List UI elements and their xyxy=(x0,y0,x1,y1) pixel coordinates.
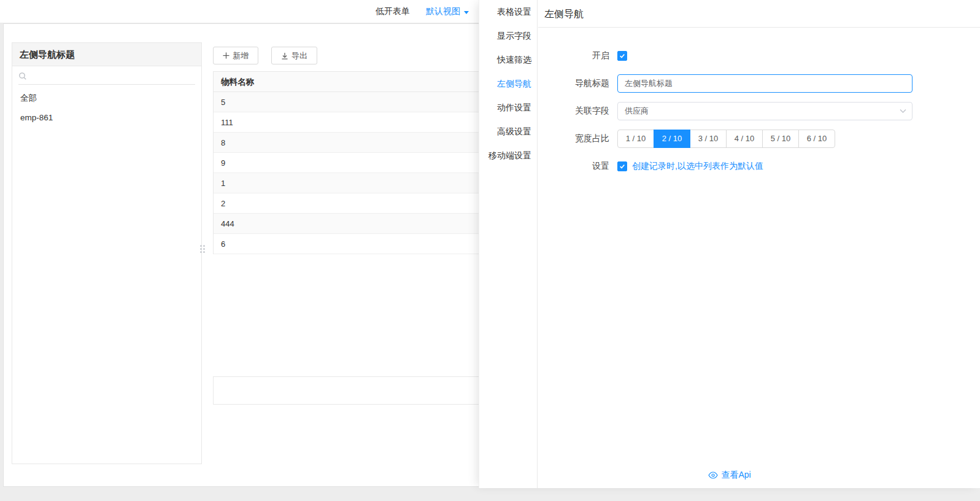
menu-item-mobile-settings[interactable]: 移动端设置 xyxy=(479,144,537,168)
drawer-menu: 表格设置 显示字段 快速筛选 左侧导航 动作设置 高级设置 移动端设置 xyxy=(479,0,538,488)
menu-item-display-fields[interactable]: 显示字段 xyxy=(479,24,537,48)
left-navigation-panel: 左侧导航标题 全部 emp-861 xyxy=(12,42,202,464)
related-field-select[interactable]: 供应商 xyxy=(617,102,912,120)
width-option-6[interactable]: 6 / 10 xyxy=(798,130,835,148)
form-row-settings: 设置 创建记录时,以选中列表作为默认值 xyxy=(538,157,980,176)
left-nav-list: 全部 emp-861 xyxy=(12,85,201,128)
chevron-down-icon xyxy=(900,109,906,114)
form-row-width-ratio: 宽度占比 1 / 10 2 / 10 3 / 10 4 / 10 5 / 10 … xyxy=(538,130,980,148)
add-button[interactable]: 新增 xyxy=(213,47,258,64)
view-tabs: 低开表单 默认视图 xyxy=(376,0,469,23)
settings-option-label[interactable]: 创建记录时,以选中列表作为默认值 xyxy=(632,161,763,172)
resize-handle[interactable] xyxy=(200,245,205,253)
width-option-2[interactable]: 2 / 10 xyxy=(654,130,690,148)
related-field-value: 供应商 xyxy=(625,106,649,117)
width-option-3[interactable]: 3 / 10 xyxy=(690,130,727,148)
width-ratio-group: 1 / 10 2 / 10 3 / 10 4 / 10 5 / 10 6 / 1… xyxy=(617,130,835,148)
tab-default-view-label: 默认视图 xyxy=(426,6,460,17)
plus-icon xyxy=(223,52,230,59)
settings-label: 设置 xyxy=(538,161,609,172)
enable-checkbox[interactable] xyxy=(617,51,627,61)
related-field-label: 关联字段 xyxy=(538,106,609,117)
left-nav-title: 左侧导航标题 xyxy=(12,43,201,66)
search-icon xyxy=(18,72,27,80)
width-option-1[interactable]: 1 / 10 xyxy=(617,130,654,148)
left-nav-settings-form: 开启 导航标题 关联字段 供应商 xyxy=(538,28,980,176)
enable-label: 开启 xyxy=(538,50,609,61)
menu-item-left-navigation[interactable]: 左侧导航 xyxy=(479,72,537,96)
form-row-enable: 开启 xyxy=(538,47,980,65)
width-ratio-label: 宽度占比 xyxy=(538,133,609,144)
export-button[interactable]: 导出 xyxy=(271,47,317,64)
add-button-label: 新增 xyxy=(233,50,249,61)
drawer-title: 左侧导航 xyxy=(538,0,980,28)
screen: 低开表单 默认视图 左侧导航标题 全部 emp-861 xyxy=(0,0,980,501)
form-row-nav-title: 导航标题 xyxy=(538,74,980,93)
check-icon xyxy=(619,163,625,169)
export-button-label: 导出 xyxy=(291,50,307,61)
menu-item-quick-filter[interactable]: 快速筛选 xyxy=(479,48,537,72)
nav-title-label: 导航标题 xyxy=(538,78,609,89)
chevron-down-icon xyxy=(464,11,469,14)
settings-checkbox[interactable] xyxy=(617,161,627,171)
table-toolbar: 新增 导出 xyxy=(213,47,317,64)
view-api-label: 查看Api xyxy=(721,470,750,481)
width-option-4[interactable]: 4 / 10 xyxy=(726,130,763,148)
search-input[interactable] xyxy=(31,71,195,80)
nav-title-input[interactable] xyxy=(617,74,912,93)
left-nav-search xyxy=(18,71,195,85)
eye-icon xyxy=(708,472,718,479)
view-api-link[interactable]: 查看Api xyxy=(479,470,980,481)
tab-form-label: 低开表单 xyxy=(376,6,410,17)
check-icon xyxy=(619,53,625,59)
menu-item-table-settings[interactable]: 表格设置 xyxy=(479,0,537,24)
width-option-5[interactable]: 5 / 10 xyxy=(762,130,799,148)
tab-form[interactable]: 低开表单 xyxy=(376,6,410,17)
nav-item-all[interactable]: 全部 xyxy=(12,88,201,108)
nav-item-emp[interactable]: emp-861 xyxy=(12,108,201,128)
menu-item-advanced-settings[interactable]: 高级设置 xyxy=(479,120,537,144)
form-row-related-field: 关联字段 供应商 xyxy=(538,102,980,120)
settings-drawer: 表格设置 显示字段 快速筛选 左侧导航 动作设置 高级设置 移动端设置 左侧导航… xyxy=(479,0,980,488)
export-icon xyxy=(281,52,288,60)
tab-default-view[interactable]: 默认视图 xyxy=(426,6,469,17)
menu-item-action-settings[interactable]: 动作设置 xyxy=(479,96,537,120)
drawer-content: 左侧导航 开启 导航标题 关联字段 xyxy=(538,0,980,488)
